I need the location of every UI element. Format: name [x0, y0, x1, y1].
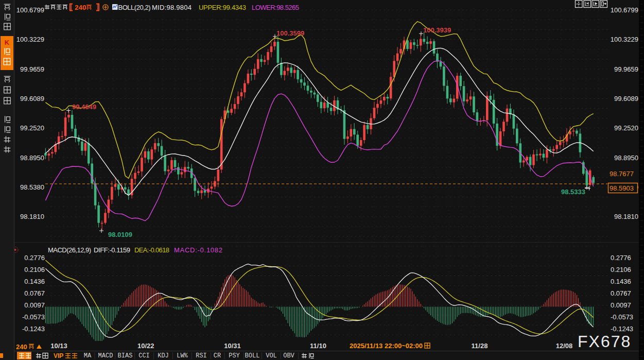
svg-text:0.1436: 0.1436 — [24, 278, 45, 285]
svg-text:240: 240 — [75, 4, 86, 11]
svg-text:11/10: 11/10 — [310, 342, 326, 350]
svg-text:99.9659: 99.9659 — [20, 65, 44, 73]
svg-text:0.2776: 0.2776 — [24, 254, 45, 262]
svg-text:98.8950: 98.8950 — [614, 154, 638, 162]
svg-text:DIFF:-0.1159: DIFF:-0.1159 — [94, 246, 130, 254]
svg-text:98.5380: 98.5380 — [20, 183, 44, 191]
svg-text:LOWER:98.5265: LOWER:98.5265 — [252, 4, 299, 11]
svg-text:BIAS: BIAS — [118, 352, 133, 359]
svg-text:12/08: 12/08 — [556, 342, 573, 350]
svg-text:BOLL(20,2): BOLL(20,2) — [118, 4, 151, 11]
svg-text:0.0767: 0.0767 — [24, 289, 45, 297]
svg-text:UPPER:99.4343: UPPER:99.4343 — [199, 4, 246, 11]
svg-text:VIP: VIP — [54, 352, 63, 359]
svg-text:KDJ: KDJ — [158, 352, 169, 359]
svg-text:OBV: OBV — [283, 352, 294, 359]
svg-text:0.0097: 0.0097 — [24, 301, 45, 309]
svg-text:98.0109: 98.0109 — [108, 231, 132, 238]
svg-text:MACD(26,12,9): MACD(26,12,9) — [48, 246, 91, 254]
svg-text:100.3599: 100.3599 — [276, 29, 304, 37]
svg-text:98.5333: 98.5333 — [561, 188, 585, 196]
svg-text:-0.1243: -0.1243 — [611, 325, 633, 333]
svg-text:100.3229: 100.3229 — [611, 36, 638, 43]
svg-text:99.9659: 99.9659 — [614, 65, 638, 73]
svg-text:LW%: LW% — [177, 352, 188, 359]
svg-text:98.7677: 98.7677 — [610, 170, 634, 178]
svg-text:240: 240 — [16, 343, 27, 351]
svg-text:0.0097: 0.0097 — [611, 301, 631, 309]
svg-text:100.3229: 100.3229 — [16, 36, 44, 43]
svg-text:-0.0573: -0.0573 — [611, 313, 633, 321]
svg-text:98.1810: 98.1810 — [614, 213, 638, 220]
svg-text:CCI: CCI — [138, 352, 150, 359]
svg-text:-0.0573: -0.0573 — [22, 313, 45, 321]
svg-text:99.4649: 99.4649 — [72, 103, 96, 111]
svg-text:FX678: FX678 — [578, 332, 631, 351]
svg-text:2025/11/13 22:00~02:00: 2025/11/13 22:00~02:00 — [350, 342, 423, 350]
svg-text:0.2106: 0.2106 — [611, 266, 631, 273]
svg-text:MACD: MACD — [98, 352, 113, 359]
svg-text:99.6089: 99.6089 — [614, 95, 638, 102]
svg-text:100.6799: 100.6799 — [611, 6, 638, 14]
svg-text:0.2106: 0.2106 — [24, 266, 45, 273]
svg-text:MID:98.9804: MID:98.9804 — [152, 4, 192, 11]
svg-text:99.6089: 99.6089 — [20, 95, 44, 102]
svg-text:MACD:-0.1082: MACD:-0.1082 — [174, 246, 222, 254]
svg-text:0.2776: 0.2776 — [611, 254, 631, 262]
svg-text:K: K — [5, 39, 10, 46]
svg-text:98.5903: 98.5903 — [610, 184, 634, 192]
svg-text:DEA:-0.0618: DEA:-0.0618 — [134, 246, 169, 254]
svg-text:99.2520: 99.2520 — [20, 124, 44, 132]
svg-text:CR: CR — [214, 352, 221, 359]
svg-text:99.2520: 99.2520 — [614, 124, 638, 132]
svg-text:10/31: 10/31 — [224, 342, 241, 350]
svg-text:100.6799: 100.6799 — [16, 6, 44, 14]
svg-text:11/28: 11/28 — [472, 342, 488, 350]
svg-text:10/13: 10/13 — [50, 342, 67, 350]
svg-text:-0.1243: -0.1243 — [22, 325, 45, 333]
svg-text:BOLL: BOLL — [245, 352, 260, 359]
svg-text:RSI: RSI — [196, 352, 207, 359]
svg-text:100.3939: 100.3939 — [423, 26, 451, 34]
svg-text:MA: MA — [84, 352, 92, 359]
svg-text:0.0767: 0.0767 — [611, 289, 631, 297]
svg-text:VOL: VOL — [266, 352, 277, 359]
svg-text:PSY: PSY — [229, 352, 240, 359]
svg-text:10/22: 10/22 — [137, 342, 154, 350]
svg-text:98.8950: 98.8950 — [20, 154, 44, 162]
svg-text:98.1810: 98.1810 — [20, 213, 44, 220]
svg-text:0.1436: 0.1436 — [611, 278, 631, 285]
